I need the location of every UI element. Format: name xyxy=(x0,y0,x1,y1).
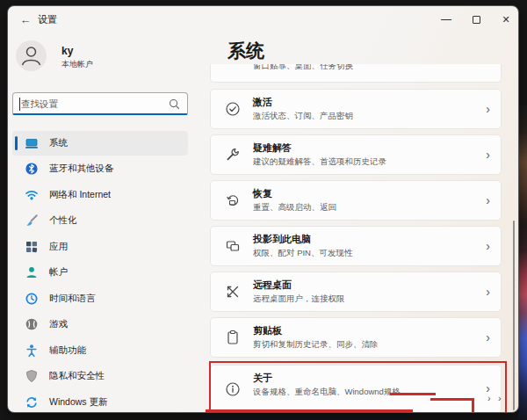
sidebar-item-label: Windows 更新 xyxy=(49,396,108,409)
card-subtitle: 窗口贴靠、桌面、任务切换 xyxy=(253,64,353,72)
personalization-icon xyxy=(25,214,39,228)
sidebar-item-label: 蓝牙和其他设备 xyxy=(49,163,114,175)
gaming-icon xyxy=(25,317,39,331)
card-subtitle: 权限、配对 PIN、可发现性 xyxy=(253,248,352,259)
search-input[interactable]: 查找设置 xyxy=(12,92,188,115)
chevron-right-icon: › xyxy=(486,102,490,116)
page-title: 系统 xyxy=(227,39,264,63)
settings-card-recovery[interactable]: 恢复重置、高级启动、返回 › xyxy=(210,180,502,221)
scrollbar[interactable] xyxy=(513,221,515,410)
window-title: 设置 xyxy=(38,13,57,26)
windows-update-icon xyxy=(25,395,39,409)
desktop-wallpaper-edge xyxy=(518,105,527,420)
person-icon xyxy=(16,40,47,71)
user-name: ky xyxy=(61,45,73,57)
chevron-right-icon: › xyxy=(487,393,491,403)
sidebar-item-label: 隐私和安全性 xyxy=(49,370,105,382)
card-subtitle: 激活状态、订阅、产品密钥 xyxy=(253,111,353,122)
troubleshoot-icon xyxy=(225,147,241,163)
search-placeholder: 查找设置 xyxy=(21,98,58,111)
chevron-right-icon: › xyxy=(498,393,502,403)
sidebar-item-label: 系统 xyxy=(49,137,68,149)
minimize-icon: — xyxy=(441,13,451,25)
sidebar-item-label: 个性化 xyxy=(49,214,77,227)
chevron-right-icon: › xyxy=(486,148,490,162)
time-language-icon xyxy=(25,292,39,306)
sidebar-item-network[interactable]: 网络和 Internet xyxy=(12,183,188,207)
sidebar-item-windows-update[interactable]: Windows 更新 xyxy=(12,390,188,414)
text-cursor xyxy=(19,98,20,111)
card-subtitle: 远程桌面用户，连接权限 xyxy=(253,293,345,305)
settings-card-clipboard[interactable]: 剪贴板剪切和复制历史记录、同步、清除 › xyxy=(210,317,502,358)
card-title: 恢复 xyxy=(253,187,336,200)
card-title: 激活 xyxy=(253,96,353,109)
activation-icon xyxy=(225,101,241,117)
settings-card-projection[interactable]: 投影到此电脑权限、配对 PIN、可发现性 › xyxy=(210,226,502,266)
card-subtitle: 剪切和复制历史记录、同步、清除 xyxy=(253,339,379,351)
minimize-button[interactable]: — xyxy=(432,10,460,29)
accessibility-icon xyxy=(25,344,39,358)
annotation-line xyxy=(390,393,436,395)
card-title: 远程桌面 xyxy=(253,279,345,292)
annotation-line xyxy=(472,398,474,413)
annotation-line xyxy=(430,398,474,401)
sidebar-item-label: 辅助功能 xyxy=(49,344,86,357)
projection-icon xyxy=(225,238,241,254)
chevron-right-icon: › xyxy=(486,330,490,344)
maximize-icon xyxy=(473,16,480,24)
sidebar-item-apps[interactable]: 应用 xyxy=(12,235,188,259)
sidebar-item-gaming[interactable]: 游戏 xyxy=(12,312,188,337)
sidebar-item-personalization[interactable]: 个性化 xyxy=(12,208,188,233)
settings-card-partial[interactable]: 窗口贴靠、桌面、任务切换 xyxy=(210,64,502,83)
avatar xyxy=(16,40,47,71)
sidebar-item-time-language[interactable]: 时间和语言 xyxy=(12,286,188,311)
close-button[interactable]: ✕ xyxy=(492,10,519,29)
network-icon xyxy=(25,188,39,202)
sidebar-item-accounts[interactable]: 帐户 xyxy=(12,260,188,285)
system-icon xyxy=(25,136,39,150)
apps-icon xyxy=(25,240,39,254)
sidebar-item-accessibility[interactable]: 辅助功能 xyxy=(12,338,188,363)
chevron-right-icon: › xyxy=(486,193,490,207)
accounts-icon xyxy=(25,265,39,279)
selection-indicator xyxy=(15,136,18,150)
remote-desktop-icon xyxy=(225,284,241,300)
annotation-rectangle xyxy=(209,361,507,412)
back-button[interactable]: ← xyxy=(17,11,34,28)
sidebar-item-label: 网络和 Internet xyxy=(49,189,111,201)
chevron-right-icon: › xyxy=(486,239,490,253)
titlebar: ← 设置 — ✕ xyxy=(8,6,518,33)
user-profile[interactable]: ky 本地帐户 xyxy=(16,40,191,76)
sidebar-item-bluetooth[interactable]: 蓝牙和其他设备 xyxy=(12,156,188,181)
card-subtitle: 建议的疑难解答、首选项和历史记录 xyxy=(253,156,386,168)
chevron-right-icon: › xyxy=(486,285,490,299)
close-icon: ✕ xyxy=(502,14,509,25)
privacy-icon xyxy=(25,369,39,383)
bluetooth-icon xyxy=(25,162,39,176)
desktop-background: ← 设置 — ✕ ky 本地帐户 查找设置 系统 xyxy=(0,0,527,420)
settings-card-remote-desktop[interactable]: 远程桌面远程桌面用户，连接权限 › xyxy=(210,272,502,312)
card-title: 剪贴板 xyxy=(253,324,379,337)
sidebar-item-label: 时间和语言 xyxy=(49,293,96,305)
settings-window: ← 设置 — ✕ ky 本地帐户 查找设置 系统 xyxy=(7,5,519,413)
account-type: 本地帐户 xyxy=(61,59,93,70)
settings-card-troubleshoot[interactable]: 疑难解答建议的疑难解答、首选项和历史记录 › xyxy=(210,134,502,175)
sidebar-item-label: 帐户 xyxy=(49,266,68,279)
maximize-button[interactable] xyxy=(462,10,490,29)
sidebar-item-label: 游戏 xyxy=(49,318,68,330)
card-subtitle: 重置、高级启动、返回 xyxy=(253,202,336,214)
card-title: 投影到此电脑 xyxy=(253,233,352,246)
sidebar-item-label: 应用 xyxy=(49,241,68,253)
back-icon: ← xyxy=(20,13,32,26)
annotation-line xyxy=(206,409,413,412)
sidebar-item-privacy[interactable]: 隐私和安全性 xyxy=(12,364,188,388)
search-icon xyxy=(168,98,181,114)
card-title: 疑难解答 xyxy=(253,141,386,155)
recovery-icon xyxy=(225,192,241,208)
sidebar-item-system[interactable]: 系统 xyxy=(12,131,188,156)
clipboard-icon xyxy=(225,329,241,345)
settings-card-activation[interactable]: 激活激活状态、订阅、产品密钥 › xyxy=(210,89,502,129)
